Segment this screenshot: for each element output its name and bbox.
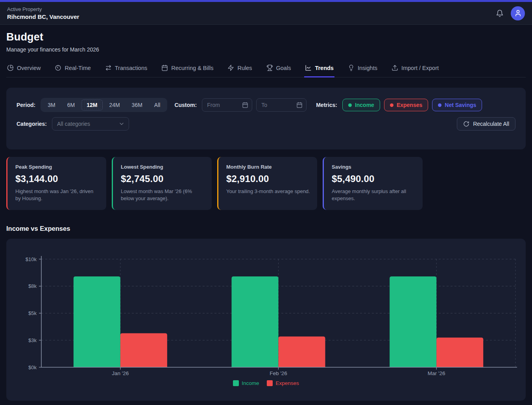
bar-income-mar-26[interactable] — [390, 276, 436, 367]
tab-label: Overview — [17, 65, 41, 71]
filter-panel: Period: 3M6M12M24M36MAll Custom: Metrics… — [6, 88, 526, 149]
chart-legend: IncomeExpenses — [6, 380, 526, 386]
period-12m[interactable]: 12M — [81, 99, 103, 110]
calendar-icon[interactable] — [242, 102, 248, 108]
chart-panel: $0k$3k$5k$8k$10kJan '26Feb '26Mar '26 In… — [6, 239, 526, 401]
bell-icon — [496, 9, 504, 17]
metric-dot-icon — [390, 103, 393, 107]
gauge-icon — [55, 64, 61, 71]
tab-recurring-bills[interactable]: Recurring & Bills — [161, 64, 214, 77]
categories-select-value: All categories — [57, 121, 90, 127]
from-date-field — [202, 98, 252, 112]
pie-chart-icon — [7, 64, 14, 71]
stat-card-title: Peak Spending — [15, 164, 99, 170]
calendar-icon — [161, 64, 168, 71]
legend-label: Expenses — [275, 380, 299, 386]
bar-expenses-feb-26[interactable] — [279, 337, 325, 367]
metric-dot-icon — [438, 103, 441, 107]
y-axis-tick-label: $0k — [28, 364, 37, 370]
metric-expenses[interactable]: Expenses — [384, 99, 428, 111]
tab-label: Insights — [358, 65, 377, 71]
tab-trends[interactable]: Trends — [304, 64, 334, 77]
metric-dot-icon — [348, 103, 352, 107]
period-24m[interactable]: 24M — [103, 99, 125, 110]
metric-income[interactable]: Income — [342, 99, 380, 111]
lightning-icon — [227, 64, 234, 71]
calendar-icon[interactable] — [296, 102, 303, 108]
lightbulb-icon — [348, 64, 355, 71]
y-axis-tick-label: $3k — [28, 337, 37, 343]
page-title: Budget — [6, 31, 526, 43]
period-3m[interactable]: 3M — [42, 99, 61, 110]
stat-card-savings: Savings$5,490.00Average monthly surplus … — [323, 157, 423, 210]
tab-bar: OverviewReal-TimeTransactionsRecurring &… — [6, 64, 526, 77]
stat-cards-row: Peak Spending$3,144.00Highest month was … — [6, 157, 526, 210]
bar-expenses-mar-26[interactable] — [436, 338, 483, 367]
metric-label: Income — [355, 102, 374, 108]
user-avatar[interactable] — [511, 6, 525, 20]
tab-real-time[interactable]: Real-Time — [54, 64, 91, 77]
categories-select[interactable]: All categories — [52, 117, 129, 131]
tab-label: Recurring & Bills — [171, 65, 213, 71]
period-segmented-control: 3M6M12M24M36MAll — [41, 98, 167, 112]
legend-swatch-icon — [267, 380, 273, 386]
tab-insights[interactable]: Insights — [347, 64, 378, 77]
stat-card-monthly-burn-rate: Monthly Burn Rate$2,910.00Your trailing … — [217, 157, 317, 210]
tab-import-export[interactable]: Import / Export — [391, 64, 440, 77]
tab-transactions[interactable]: Transactions — [104, 64, 148, 77]
refresh-icon — [463, 121, 469, 127]
stat-card-title: Monthly Burn Rate — [226, 164, 310, 170]
upload-icon — [392, 64, 398, 71]
categories-label: Categories: — [17, 121, 47, 127]
app-header: Active Property Rihcmond BC, Vancouver — [0, 2, 532, 25]
legend-income[interactable]: Income — [233, 380, 259, 386]
active-property-label: Active Property — [7, 6, 79, 12]
period-36m[interactable]: 36M — [126, 99, 148, 110]
stat-card-value: $2,745.00 — [121, 173, 205, 184]
metrics-label: Metrics: — [316, 102, 337, 108]
y-axis-tick-label: $8k — [28, 283, 37, 289]
chart-section-title: Income vs Expenses — [6, 225, 526, 232]
custom-label: Custom: — [174, 102, 197, 108]
legend-expenses[interactable]: Expenses — [267, 380, 299, 386]
trend-chart-icon — [305, 64, 312, 71]
period-6m[interactable]: 6M — [62, 99, 80, 110]
x-axis-tick-label: Mar '26 — [428, 370, 445, 376]
tab-label: Real-Time — [65, 65, 91, 71]
notifications-button[interactable] — [496, 9, 504, 17]
bar-income-feb-26[interactable] — [232, 276, 279, 367]
tab-label: Import / Export — [401, 65, 439, 71]
tab-label: Rules — [237, 65, 252, 71]
y-axis-tick-label: $10k — [26, 256, 37, 262]
bar-income-jan-26[interactable] — [74, 276, 120, 367]
metric-toggles: IncomeExpensesNet Savings — [342, 99, 486, 111]
active-property-name: Rihcmond BC, Vancouver — [7, 13, 79, 20]
tab-label: Goals — [276, 65, 291, 71]
income-expenses-chart: $0k$3k$5k$8k$10kJan '26Feb '26Mar '26 — [6, 239, 526, 378]
tab-goals[interactable]: Goals — [266, 64, 292, 77]
chevron-down-icon — [118, 121, 125, 127]
stat-card-value: $2,910.00 — [226, 173, 310, 184]
stat-card-value: $5,490.00 — [332, 173, 416, 184]
swap-arrows-icon — [105, 64, 112, 71]
tab-rules[interactable]: Rules — [227, 64, 253, 77]
tab-overview[interactable]: Overview — [6, 64, 41, 77]
recalculate-all-label: Recalculate All — [473, 121, 509, 127]
stat-card-description: Average monthly surplus after all expens… — [332, 188, 416, 202]
tab-label: Transactions — [115, 65, 147, 71]
stat-card-lowest-spending: Lowest Spending$2,745.00Lowest month was… — [112, 157, 212, 210]
metric-label: Expenses — [397, 102, 422, 108]
legend-swatch-icon — [233, 380, 239, 386]
period-all[interactable]: All — [149, 99, 166, 110]
user-icon — [514, 9, 522, 17]
stat-card-title: Savings — [332, 164, 416, 170]
stat-card-description: Highest month was Jan '26, driven by Hou… — [15, 188, 99, 202]
legend-label: Income — [242, 380, 259, 386]
metric-label: Net Savings — [445, 102, 476, 108]
period-label: Period: — [17, 102, 35, 108]
bar-expenses-jan-26[interactable] — [120, 333, 167, 367]
y-axis-tick-label: $5k — [28, 310, 37, 316]
page-subtitle: Manage your finances for March 2026 — [6, 46, 526, 53]
metric-net-savings[interactable]: Net Savings — [432, 99, 482, 111]
recalculate-all-button[interactable]: Recalculate All — [457, 117, 515, 131]
